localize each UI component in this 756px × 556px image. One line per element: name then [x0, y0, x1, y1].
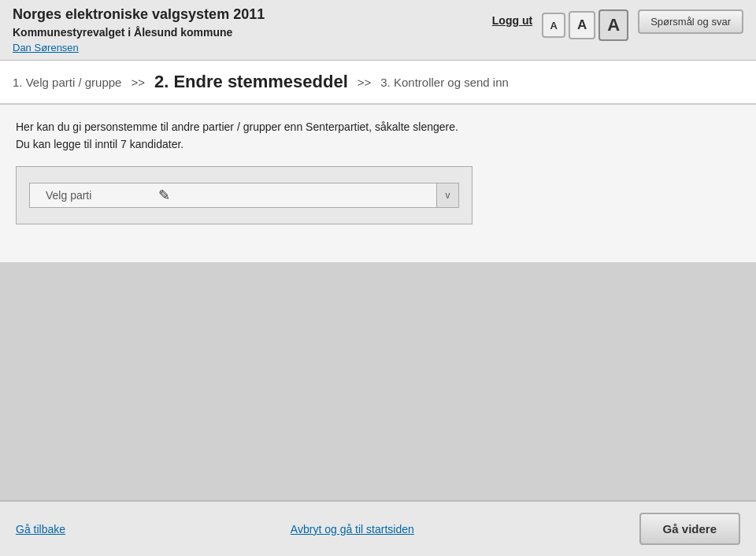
qa-button[interactable]: Spørsmål og svar: [638, 9, 743, 34]
cursor-icon: ✎: [155, 183, 173, 208]
description-1: Her kan du gi personstemme til andre par…: [16, 120, 740, 133]
dropdown-arrow-icon[interactable]: v: [437, 183, 459, 208]
party-selection-box: Velg parti ✎ v: [16, 166, 472, 224]
step-arrow-2: >>: [358, 76, 372, 89]
step-bar: 1. Velg parti / gruppe >> 2. Endre stemm…: [0, 61, 756, 105]
header-right: Logg ut A A A Spørsmål og svar: [492, 6, 743, 41]
font-medium-button[interactable]: A: [569, 11, 595, 39]
party-select-row: Velg parti ✎ v: [29, 183, 459, 208]
election-subtitle: Kommunestyrevalget i Ålesund kommune: [13, 26, 265, 39]
font-large-button[interactable]: A: [598, 9, 628, 41]
logout-link[interactable]: Logg ut: [492, 9, 532, 27]
header-left: Norges elektroniske valgsystem 2011 Komm…: [13, 6, 265, 54]
cancel-link[interactable]: Avbryt og gå til startsiden: [291, 523, 414, 536]
font-size-controls: A A A: [542, 9, 628, 41]
back-link[interactable]: Gå tilbake: [16, 523, 65, 536]
font-small-button[interactable]: A: [542, 13, 565, 38]
step2-label: 2. Endre stemmeseddel: [154, 72, 348, 92]
main-content: Her kan du gi personstemme til andre par…: [0, 105, 756, 262]
next-button[interactable]: Gå videre: [639, 513, 740, 545]
step3-label: 3. Kontroller og send inn: [380, 76, 509, 89]
step1-label: 1. Velg parti / gruppe: [13, 76, 121, 89]
party-select-label: Velg parti: [29, 183, 155, 208]
header: Norges elektroniske valgsystem 2011 Komm…: [0, 0, 756, 61]
footer: Gå tilbake Avbryt og gå til startsiden G…: [0, 500, 756, 556]
description-2: Du kan legge til inntil 7 kandidater.: [16, 138, 740, 150]
app-title: Norges elektroniske valgsystem 2011: [13, 6, 265, 23]
step-arrow-1: >>: [131, 76, 145, 89]
party-select-input[interactable]: [173, 183, 437, 208]
user-link[interactable]: Dan Sørensen: [13, 42, 265, 54]
